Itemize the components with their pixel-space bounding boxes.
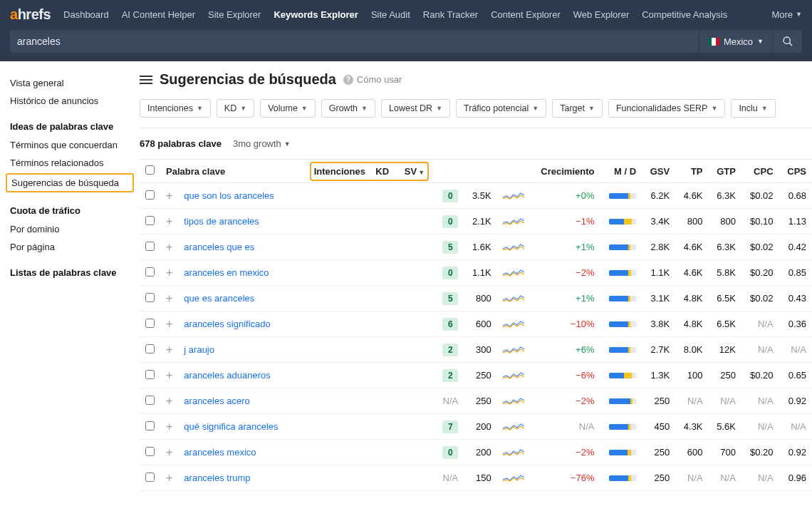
keyword-search-input[interactable]: aranceles [10,30,699,53]
row-checkbox[interactable] [145,370,155,379]
cell-gsv: 450 [642,414,675,440]
col-cps[interactable]: CPS [779,160,812,183]
nav-item-web-explorer[interactable]: Web Explorer [573,9,630,20]
nav-item-site-explorer[interactable]: Site Explorer [208,9,261,20]
keyword-link[interactable]: aranceles que es [184,242,254,252]
expand-row-button[interactable]: + [160,414,178,440]
keyword-link[interactable]: aranceles acero [184,396,250,406]
nav-item-ai-content-helper[interactable]: AI Content Helper [122,9,195,20]
search-button[interactable] [772,30,802,53]
main-content: Sugerencias de búsqueda ? Cómo usar Inte… [137,61,812,491]
row-checkbox[interactable] [145,190,155,200]
keyword-link[interactable]: j araujo [184,344,214,355]
filter-volume[interactable]: Volume▼ [260,99,316,118]
nav-item-site-audit[interactable]: Site Audit [371,9,410,20]
keyword-link[interactable]: que son los aranceles [184,190,274,201]
filter-growth[interactable]: Growth▼ [321,99,375,118]
sidebar-item-histórico-de-anuncios[interactable]: Histórico de anuncios [10,92,130,110]
sidebar-item-por-página[interactable]: Por página [10,238,130,256]
sidebar-item-términos-relacionados[interactable]: Términos relacionados [10,154,130,172]
row-checkbox[interactable] [145,216,155,225]
country-selector[interactable]: Mexico ▼ [699,30,772,53]
sidebar-item-sugerencias-de-búsqueda[interactable]: Sugerencias de búsqueda [6,173,134,192]
keyword-link[interactable]: que es aranceles [184,293,254,304]
filter-target[interactable]: Target▼ [552,99,603,118]
cell-tp: 4.6K [675,234,708,260]
expand-row-button[interactable]: + [160,388,178,414]
col-cpc[interactable]: CPC [741,160,779,183]
keyword-link[interactable]: qué significa aranceles [184,421,278,432]
keyword-link[interactable]: aranceles mexico [184,447,256,458]
nav-item-content-explorer[interactable]: Content Explorer [491,9,561,20]
keyword-link[interactable]: aranceles en mexico [184,267,269,278]
cell-growth: +1% [530,286,600,311]
col-tp[interactable]: TP [675,160,708,183]
sidebar-heading: Listas de palabras clave [10,256,130,282]
filter-funcionalidades-serp[interactable]: Funcionalidades SERP▼ [608,99,725,118]
cell-growth: −76% [530,465,600,491]
select-all-checkbox[interactable] [145,165,155,175]
expand-row-button[interactable]: + [160,286,178,311]
row-checkbox[interactable] [145,473,155,482]
cell-gtp: 6.5K [709,286,741,311]
filter-kd[interactable]: KD▼ [217,99,254,118]
col-gsv[interactable]: GSV [642,160,675,183]
keyword-link[interactable]: aranceles significado [184,319,270,329]
growth-range-selector[interactable]: 3mo growth ▼ [233,138,291,149]
sidebar-item-vista-general[interactable]: Vista general [10,74,130,92]
cell-md [600,209,642,234]
expand-row-button[interactable]: + [160,260,178,286]
cell-tp: 600 [675,440,708,465]
help-icon: ? [343,75,353,85]
how-to-use-link[interactable]: ? Cómo usar [343,74,402,85]
keyword-link[interactable]: aranceles aduaneros [184,370,270,381]
row-checkbox[interactable] [145,396,155,405]
brand-logo[interactable]: ahrefs [10,6,51,23]
filter-lowest-dr[interactable]: Lowest DR▼ [381,99,450,118]
menu-toggle-icon[interactable] [140,73,152,86]
nav-item-rank-tracker[interactable]: Rank Tracker [423,9,478,20]
cell-md [600,388,642,414]
nav-item-keywords-explorer[interactable]: Keywords Explorer [274,9,358,20]
sidebar-item-por-dominio[interactable]: Por dominio [10,220,130,238]
cell-cps: 1.13 [779,209,812,234]
nav-item-competitive-analysis[interactable]: Competitive Analysis [642,9,727,20]
row-checkbox[interactable] [145,447,155,456]
filter-inclu[interactable]: Inclu▼ [731,99,775,118]
keyword-link[interactable]: aranceles trump [184,473,250,483]
row-checkbox[interactable] [145,421,155,430]
cell-gtp: 12K [709,337,741,363]
cell-kd: 5 [434,234,464,260]
row-checkbox[interactable] [145,293,155,302]
expand-row-button[interactable]: + [160,337,178,363]
col-gtp[interactable]: GTP [709,160,741,183]
expand-row-button[interactable]: + [160,311,178,337]
col-kd[interactable]: KD [375,166,389,177]
row-checkbox[interactable] [145,242,155,251]
expand-row-button[interactable]: + [160,363,178,388]
col-intenciones[interactable]: Intenciones [314,166,365,177]
filter-tráfico-potencial[interactable]: Tráfico potencial▼ [456,99,546,118]
col-crecimiento[interactable]: Crecimiento [530,160,600,183]
cell-sv: 3.5K [464,183,496,209]
expand-row-button[interactable]: + [160,440,178,465]
col-keyword[interactable]: Palabra clave [160,160,293,183]
filter-intenciones[interactable]: Intenciones▼ [140,99,211,118]
expand-row-button[interactable]: + [160,209,178,234]
expand-row-button[interactable]: + [160,465,178,491]
keyword-link[interactable]: tipos de aranceles [184,216,259,227]
row-checkbox[interactable] [145,344,155,354]
expand-row-button[interactable]: + [160,183,178,209]
chevron-down-icon: ▼ [588,105,595,112]
col-sv[interactable]: SV▼ [405,166,425,177]
cell-growth: −1% [530,209,600,234]
expand-row-button[interactable]: + [160,234,178,260]
nav-more[interactable]: More▼ [771,9,802,20]
col-md[interactable]: M / D [600,160,642,183]
nav-item-dashboard[interactable]: Dashboard [63,9,109,20]
cell-cpc: $0.02 [741,286,779,311]
row-checkbox[interactable] [145,319,155,328]
row-checkbox[interactable] [145,267,155,277]
sidebar-item-términos-que-concuerdan[interactable]: Términos que concuerdan [10,136,130,154]
cell-tp: 100 [675,363,708,388]
